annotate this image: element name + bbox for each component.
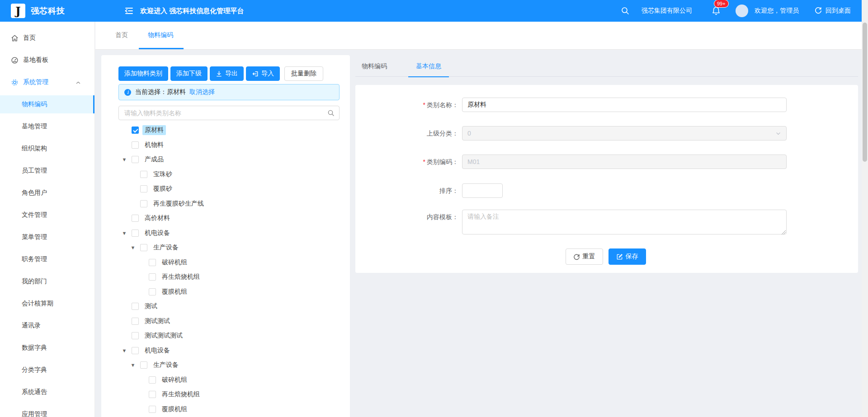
tree-node-label[interactable]: 覆膜机组 [160, 404, 189, 414]
tree-node[interactable]: ▼ 机电设备 [121, 226, 345, 241]
tree-checkbox[interactable] [149, 391, 156, 398]
tree-checkbox[interactable] [132, 230, 139, 237]
tree-node[interactable]: ▼ 原材料 [121, 123, 345, 138]
add-child-button[interactable]: 添加下级 [170, 66, 208, 81]
tree-checkbox[interactable] [132, 215, 139, 222]
cancel-selection-link[interactable]: 取消选择 [189, 88, 215, 96]
tree-checkbox[interactable] [140, 171, 147, 178]
tree-node-label[interactable]: 覆膜机组 [160, 287, 189, 297]
tree-node-label[interactable]: 再生焙烧机组 [160, 389, 202, 399]
tree-checkbox[interactable] [132, 303, 139, 310]
caret-down-icon[interactable]: ▼ [130, 362, 136, 368]
tree-node-label[interactable]: 原材料 [142, 125, 166, 135]
tree-node-label[interactable]: 宝珠砂 [151, 169, 175, 179]
tree-node[interactable]: ▼ 机物料 [121, 138, 345, 153]
caret-down-icon[interactable]: ▼ [130, 245, 136, 250]
sidebar-submenu-item[interactable]: 数据字典 [0, 339, 94, 357]
tree-node[interactable]: ▼ 机电设备 [121, 343, 345, 358]
tree-node-label[interactable]: 机电设备 [142, 346, 172, 356]
detail-tab[interactable]: 物料编码 [362, 62, 387, 70]
tree-node[interactable]: ▼ 破碎机组 [121, 373, 345, 388]
tree-node-label[interactable]: 机物料 [142, 140, 166, 150]
tree-node[interactable]: ▼ 覆膜砂 [121, 182, 345, 197]
category-search-input[interactable] [119, 109, 327, 117]
tree-checkbox[interactable] [140, 185, 147, 192]
tree-node-label[interactable]: 测试测试测试 [142, 331, 185, 341]
tree-node[interactable]: ▼ 生产设备 [121, 358, 345, 373]
tree-checkbox[interactable] [132, 332, 139, 339]
tree-checkbox[interactable] [140, 244, 147, 251]
tree-node[interactable]: ▼ 宝珠砂 [121, 167, 345, 182]
scrollbar-thumb[interactable] [863, 23, 867, 162]
tree-node-label[interactable]: 再生覆膜砂生产线 [151, 199, 206, 209]
tree-node-label[interactable]: 破碎机组 [160, 258, 189, 267]
tree-checkbox[interactable] [132, 347, 139, 354]
sidebar-submenu-item[interactable]: 我的部门 [0, 272, 94, 290]
sidebar-submenu-item[interactable]: 组织架构 [0, 140, 94, 158]
import-button[interactable]: 导入 [246, 66, 280, 81]
tree-node-label[interactable]: 测试 [142, 301, 160, 311]
tree-node[interactable]: ▼ 测试测试 [121, 314, 345, 329]
name-input[interactable] [462, 98, 787, 112]
sidebar-submenu-item[interactable]: 文件管理 [0, 206, 94, 224]
sort-input[interactable] [462, 183, 503, 198]
tree-node[interactable]: ▼ 覆膜机组 [121, 285, 345, 300]
tree-node[interactable]: ▼ 破碎机组 [121, 255, 345, 270]
tree-checkbox[interactable] [132, 141, 139, 149]
tree-checkbox[interactable] [132, 318, 139, 325]
tree-node[interactable]: ▼ 高价材料 [121, 211, 345, 226]
batch-delete-button[interactable]: 批量删除 [284, 66, 323, 81]
sidebar-submenu-item[interactable]: 菜单管理 [0, 228, 94, 246]
tree-node-label[interactable]: 再生焙烧机组 [160, 272, 202, 282]
sidebar-item-home[interactable]: 首页 [0, 29, 94, 47]
tree-checkbox[interactable] [140, 200, 147, 207]
export-button[interactable]: 导出 [210, 66, 244, 81]
tree-checkbox[interactable] [149, 259, 156, 266]
sidebar-submenu-item[interactable]: 职务管理 [0, 250, 94, 268]
sidebar-submenu-item[interactable]: 物料编码 [0, 95, 94, 113]
tree-node-label[interactable]: 破碎机组 [160, 375, 189, 385]
tree-checkbox[interactable] [149, 288, 156, 295]
caret-down-icon[interactable]: ▼ [121, 157, 127, 162]
template-textarea[interactable] [462, 210, 787, 234]
tree-checkbox[interactable] [149, 273, 156, 281]
page-tab[interactable]: 物料编码 [148, 31, 173, 40]
caret-down-icon[interactable]: ▼ [121, 230, 127, 236]
tree-checkbox[interactable] [140, 361, 147, 369]
parent-select[interactable]: 0 [462, 126, 787, 141]
tree-node[interactable]: ▼ 生产设备 [121, 240, 345, 255]
notification-bell[interactable]: 99+ [711, 6, 721, 16]
sidebar-submenu-item[interactable]: 会计核算期 [0, 295, 94, 313]
reset-button[interactable]: 重置 [566, 248, 603, 265]
tree-node-label[interactable]: 测试测试 [142, 316, 172, 326]
page-tab[interactable]: 首页 [115, 31, 128, 40]
tree-node-label[interactable]: 高价材料 [142, 213, 172, 223]
vertical-scrollbar[interactable] [862, 0, 868, 417]
tree-node[interactable]: ▼ 再生覆膜砂生产线 [121, 197, 345, 211]
avatar[interactable] [736, 5, 748, 17]
back-to-desktop-button[interactable]: 回到桌面 [814, 7, 851, 15]
tree-node-label[interactable]: 生产设备 [151, 243, 181, 253]
tree-checkbox[interactable] [149, 376, 156, 384]
sidebar-submenu-item[interactable]: 应用管理 [0, 405, 94, 417]
search-icon[interactable] [327, 109, 335, 117]
save-button[interactable]: 保存 [609, 248, 646, 265]
tree-node[interactable]: ▼ 再生焙烧机组 [121, 387, 345, 402]
tree-node[interactable]: ▼ 覆膜机组 [121, 402, 345, 417]
sidebar-submenu-item[interactable]: 系统通告 [0, 383, 94, 401]
tree-node[interactable]: ▼ 再生焙烧机组 [121, 270, 345, 285]
search-icon[interactable] [621, 6, 630, 15]
sidebar-submenu-item[interactable]: 角色用户 [0, 184, 94, 202]
caret-down-icon[interactable]: ▼ [121, 348, 127, 353]
sidebar-item-system[interactable]: 系统管理 [0, 73, 94, 91]
menu-fold-icon[interactable] [124, 6, 134, 16]
detail-tab[interactable]: 基本信息 [416, 62, 441, 70]
tree-checkbox[interactable] [132, 127, 139, 134]
tree-node-label[interactable]: 产成品 [142, 155, 166, 164]
tree-node[interactable]: ▼ 测试 [121, 299, 345, 314]
sidebar-submenu-item[interactable]: 通讯录 [0, 317, 94, 335]
sidebar-submenu-item[interactable]: 基地管理 [0, 117, 94, 136]
tree-checkbox[interactable] [132, 156, 139, 163]
sidebar-submenu-item[interactable]: 员工管理 [0, 162, 94, 180]
add-category-button[interactable]: 添加物料类别 [118, 66, 168, 81]
